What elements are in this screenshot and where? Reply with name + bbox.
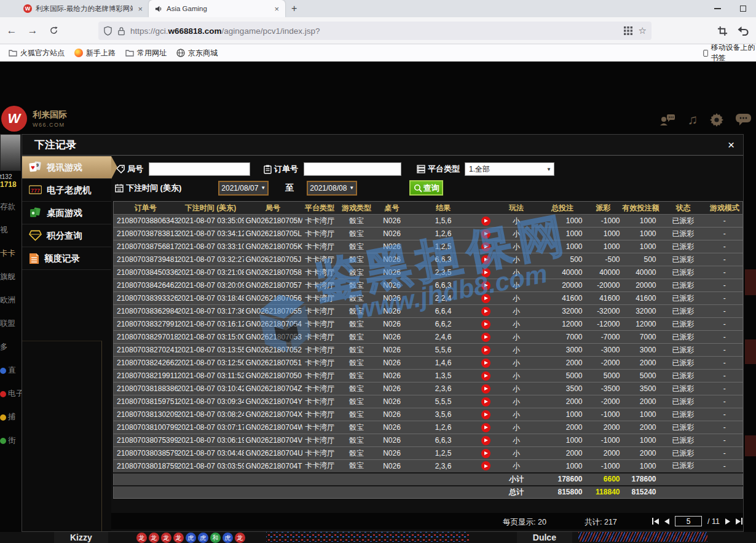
cell-payout: -2000 bbox=[585, 395, 622, 408]
sidebar-item-points[interactable]: 积分查询 bbox=[22, 224, 111, 247]
play-icon[interactable] bbox=[481, 255, 490, 264]
sidebar-item-video-games[interactable]: 9♥ 视讯游戏 bbox=[22, 156, 111, 179]
undo-arrow-icon[interactable] bbox=[738, 26, 749, 36]
play-icon[interactable] bbox=[481, 281, 490, 290]
platform-type-select[interactable]: 1.全部 ▼ bbox=[465, 162, 554, 176]
play-icon[interactable] bbox=[481, 449, 490, 458]
play-icon[interactable] bbox=[481, 216, 490, 226]
site-logo[interactable]: W 利来国际 W66.COM bbox=[1, 106, 67, 132]
cell-play-btn bbox=[479, 228, 493, 240]
play-icon[interactable] bbox=[481, 410, 490, 419]
cell-play: 小 bbox=[493, 395, 540, 408]
play-icon[interactable] bbox=[481, 384, 490, 394]
cell-bet: 2000 bbox=[540, 447, 585, 460]
minimize-button[interactable] bbox=[704, 0, 730, 17]
total-count-label: 共计: 217 bbox=[585, 517, 617, 528]
sidebar-item-label: 额度记录 bbox=[44, 253, 80, 264]
music-icon[interactable]: ♫ bbox=[688, 112, 698, 128]
cell-platform: 卡卡湾厅 bbox=[302, 228, 337, 240]
left-nav-item[interactable]: 电子 bbox=[0, 389, 22, 399]
sidebar-item-table-games[interactable]: 桌面游戏 bbox=[22, 202, 111, 224]
play-icon[interactable] bbox=[481, 461, 490, 470]
sidebar-item-slots[interactable]: 777 电子老虎机 bbox=[22, 179, 111, 202]
cell-play: 小 bbox=[493, 408, 540, 421]
column-header: 游戏模式 bbox=[707, 202, 743, 215]
play-icon[interactable] bbox=[481, 229, 490, 239]
play-icon[interactable] bbox=[481, 294, 490, 303]
cell-game: 骰宝 bbox=[337, 382, 376, 395]
browser-chrome: W 利来国际-最给力的老牌博彩网站 × Asia Gaming × + ← → … bbox=[0, 0, 756, 61]
close-icon[interactable]: × bbox=[728, 139, 734, 151]
left-nav-item[interactable]: 欧洲 bbox=[0, 295, 22, 306]
back-button[interactable]: ← bbox=[2, 22, 21, 40]
column-header: 桌号 bbox=[376, 202, 408, 215]
chat-icon[interactable] bbox=[736, 114, 751, 126]
bookmark-item[interactable]: 新手上路 bbox=[71, 47, 119, 60]
close-tab-icon[interactable]: × bbox=[136, 4, 144, 14]
play-icon[interactable] bbox=[481, 436, 490, 445]
cell-platform: 卡卡湾厅 bbox=[302, 382, 337, 395]
play-icon[interactable] bbox=[481, 423, 490, 432]
left-nav-item[interactable]: 视 bbox=[0, 225, 22, 236]
cell-payout: 2000 bbox=[585, 447, 622, 460]
tab-lilai[interactable]: W 利来国际-最给力的老牌博彩网站 × bbox=[17, 0, 149, 17]
bookmark-item[interactable]: 京东商城 bbox=[173, 47, 221, 60]
url-bar[interactable]: https://gci.w668818.com/agingame/pcv1/in… bbox=[98, 22, 652, 40]
cell-valid: 2000 bbox=[622, 395, 660, 408]
new-tab-button[interactable]: + bbox=[285, 2, 303, 15]
close-tab-icon[interactable]: × bbox=[273, 4, 280, 14]
play-icon[interactable] bbox=[481, 242, 490, 252]
platform-selected-value: 1.全部 bbox=[469, 164, 490, 175]
play-icon[interactable] bbox=[481, 333, 490, 342]
cell-mode: - bbox=[707, 266, 743, 279]
first-page-button[interactable] bbox=[652, 518, 659, 525]
column-header: 派彩 bbox=[585, 202, 622, 215]
play-icon[interactable] bbox=[481, 268, 490, 277]
play-icon[interactable] bbox=[481, 359, 490, 368]
maximize-button[interactable] bbox=[730, 0, 756, 17]
sidebar-item-quota-records[interactable]: 额度记录 bbox=[22, 247, 111, 270]
left-nav-item[interactable]: 旗舰 bbox=[0, 272, 22, 282]
last-page-button[interactable] bbox=[736, 518, 742, 525]
play-icon[interactable] bbox=[481, 371, 490, 381]
grid-icon[interactable] bbox=[624, 26, 632, 35]
play-icon[interactable] bbox=[481, 320, 490, 329]
forward-button[interactable]: → bbox=[23, 22, 42, 40]
previous-page-button[interactable] bbox=[664, 518, 669, 525]
cell-order: 210807038188386 bbox=[114, 382, 178, 395]
screenshot-crop-icon[interactable] bbox=[717, 26, 728, 36]
tab-asia-gaming[interactable]: Asia Gaming × bbox=[149, 0, 285, 17]
left-nav-item[interactable]: 卡卡 bbox=[0, 248, 22, 259]
bookmark-item[interactable]: 常用网址 bbox=[122, 47, 170, 60]
left-nav-item[interactable]: 直 bbox=[0, 365, 22, 376]
cell-payout: 1000 bbox=[585, 228, 622, 240]
left-nav-item[interactable]: 捕 bbox=[0, 412, 22, 422]
play-icon[interactable] bbox=[481, 346, 490, 355]
left-nav-item[interactable]: 存款 bbox=[0, 202, 22, 212]
platform-filter-label: 平台类型 bbox=[417, 164, 460, 175]
mobile-bookmarks[interactable]: 移动设备上的书签 bbox=[703, 44, 756, 61]
left-nav-item[interactable]: 联盟 bbox=[0, 319, 22, 329]
bookmark-star-icon[interactable]: ☆ bbox=[639, 25, 647, 36]
bookmark-item[interactable]: 火狐官方站点 bbox=[5, 47, 68, 60]
w66-logo-icon: W bbox=[1, 106, 27, 132]
play-icon[interactable] bbox=[481, 307, 490, 316]
reload-button[interactable] bbox=[44, 22, 63, 40]
cell-platform: 卡卡湾厅 bbox=[302, 357, 337, 370]
order-number-input[interactable] bbox=[304, 162, 401, 176]
customer-service-icon[interactable] bbox=[660, 114, 675, 126]
next-page-button[interactable] bbox=[725, 518, 730, 525]
round-number-input[interactable] bbox=[149, 162, 250, 176]
search-button[interactable]: 查询 bbox=[409, 180, 443, 196]
gear-icon[interactable] bbox=[710, 113, 723, 127]
play-icon[interactable] bbox=[481, 397, 490, 406]
left-nav-item[interactable]: 多 bbox=[0, 342, 22, 352]
date-from-select[interactable]: 2021/08/07 ▼ bbox=[218, 181, 269, 196]
cell-valid: 1000 bbox=[622, 434, 660, 447]
cell-payout: -32000 bbox=[585, 305, 622, 318]
left-nav-item[interactable]: 街 bbox=[0, 435, 22, 446]
date-to-select[interactable]: 2021/08/08 ▼ bbox=[307, 181, 357, 196]
cell-mode: - bbox=[707, 408, 743, 421]
page-number-input[interactable] bbox=[675, 516, 702, 526]
nav-item-label: 捕 bbox=[8, 412, 16, 422]
